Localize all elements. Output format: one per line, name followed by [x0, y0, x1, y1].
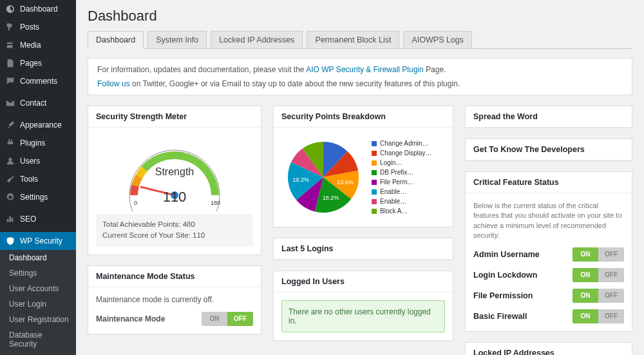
- logged-in-users-card: Logged In Users There are no other users…: [273, 271, 453, 341]
- sidebar-item-users[interactable]: Users: [0, 152, 76, 170]
- sidebar-item-label: Appearance: [20, 120, 62, 130]
- feature-label: Admin Username: [473, 250, 540, 259]
- admin-sidebar: DashboardPostsMediaPagesCommentsContactA…: [0, 0, 76, 355]
- legend-swatch-icon: [372, 209, 377, 214]
- card-header[interactable]: Critical Feature Status: [466, 172, 632, 193]
- plugin-link[interactable]: AIO WP Security & Firewall Plugin: [306, 65, 424, 74]
- sidebar-item-label: WP Security: [20, 236, 62, 245]
- legend-item: Block A…: [372, 206, 432, 216]
- sidebar-item-pages[interactable]: Pages: [0, 54, 76, 72]
- gauge-tick-min: 0: [134, 200, 137, 206]
- sidebar-item-media[interactable]: Media: [0, 36, 76, 54]
- media-icon: [5, 40, 15, 50]
- feature-label: File Permission: [473, 291, 533, 300]
- info-text: For information, updates and documentati…: [97, 65, 306, 74]
- follow-link[interactable]: Follow us: [97, 79, 130, 88]
- feature-label: Basic Firewall: [473, 312, 527, 321]
- plugin-info-box: For information, updates and documentati…: [88, 58, 632, 95]
- main-content: Dashboard DashboardSystem InfoLocked IP …: [76, 0, 644, 355]
- breakdown-card: Security Points Breakdown 13.6%18.2%18.2…: [273, 106, 453, 227]
- user-icon: [5, 156, 15, 166]
- developers-card: Get To Know The Developers: [465, 139, 632, 161]
- sidebar-item-label: Comments: [20, 77, 57, 86]
- legend-item: Login…: [372, 158, 432, 168]
- tab-locked-ip-addresses[interactable]: Locked IP Addresses: [211, 31, 303, 48]
- points-summary: Total Achievable Points: 480 Current Sco…: [96, 214, 253, 247]
- gauge-chart: Strength 110 0 180: [120, 140, 229, 211]
- maintenance-label: Maintenance Mode: [96, 314, 165, 323]
- info-text: Page.: [426, 65, 446, 74]
- spread-word-card: Spread the Word: [465, 106, 632, 128]
- last5-logins-card: Last 5 Logins: [273, 238, 453, 260]
- legend-swatch-icon: [372, 189, 377, 195]
- sidebar-item-appearance[interactable]: Appearance: [0, 116, 76, 134]
- sidebar-sub-user-accounts[interactable]: User Accounts: [0, 281, 76, 296]
- legend-item: Enable…: [372, 187, 432, 197]
- feature-row: Login LockdownONOFF: [473, 268, 624, 282]
- sidebar-item-settings[interactable]: Settings: [0, 188, 76, 206]
- shield-icon: [5, 236, 15, 246]
- legend-item: Enable…: [372, 197, 432, 206]
- sidebar-sub-filesystem-security[interactable]: Filesystem Security: [0, 352, 76, 355]
- tab-aiowps-logs[interactable]: AIOWPS Logs: [403, 31, 472, 48]
- sidebar-sub-user-registration[interactable]: User Registration: [0, 312, 76, 327]
- info-text: on Twitter, Google+ or via Email to stay…: [132, 79, 460, 88]
- sidebar-item-dashboard[interactable]: Dashboard: [0, 0, 76, 18]
- feature-row: Basic FirewallONOFF: [473, 309, 624, 323]
- pie-chart: 13.6%18.2%18.2%: [281, 135, 365, 219]
- sidebar-item-label: Plugins: [20, 139, 45, 148]
- feature-row: Admin UsernameONOFF: [473, 247, 624, 262]
- card-header[interactable]: Logged In Users: [274, 271, 453, 293]
- plug-icon: [5, 138, 15, 148]
- tab-permanent-block-list[interactable]: Permanent Block List: [307, 31, 399, 48]
- maintenance-status-text: Maintenance mode is currently off.: [96, 295, 253, 304]
- legend-swatch-icon: [372, 151, 377, 156]
- locked-ip-card: Locked IP Addresses There are no IP addr…: [465, 342, 632, 355]
- sidebar-item-tools[interactable]: Tools: [0, 170, 76, 188]
- card-header[interactable]: Spread the Word: [466, 106, 632, 128]
- sidebar-sub-dashboard[interactable]: Dashboard: [0, 250, 76, 265]
- maintenance-toggle[interactable]: ON OFF: [202, 312, 253, 326]
- gear-icon: [5, 192, 15, 202]
- feature-toggle-login-lockdown[interactable]: ONOFF: [573, 268, 624, 282]
- tab-system-info[interactable]: System Info: [147, 31, 207, 48]
- sidebar-item-contact[interactable]: Contact: [0, 94, 76, 112]
- sidebar-item-wp-security[interactable]: WP Security: [0, 232, 76, 250]
- critical-feature-card: Critical Feature Status Below is the cur…: [465, 171, 632, 332]
- card-header[interactable]: Locked IP Addresses: [466, 343, 632, 355]
- feature-toggle-basic-firewall[interactable]: ONOFF: [573, 309, 624, 323]
- tool-icon: [5, 174, 15, 184]
- feature-label: Login Lockdown: [473, 271, 537, 280]
- maintenance-card: Maintenance Mode Status Maintenance mode…: [88, 265, 261, 334]
- tabs: DashboardSystem InfoLocked IP AddressesP…: [88, 31, 632, 49]
- card-header[interactable]: Security Strength Meter: [88, 106, 261, 128]
- legend-item: Change Display…: [372, 148, 432, 158]
- feature-toggle-admin-username[interactable]: ONOFF: [573, 247, 624, 262]
- critical-desc: Below is the current status of the criti…: [473, 201, 624, 241]
- pin-icon: [5, 22, 15, 32]
- legend-swatch-icon: [372, 180, 377, 185]
- sidebar-sub-database-security[interactable]: Database Security: [0, 327, 76, 352]
- sidebar-item-plugins[interactable]: Plugins: [0, 134, 76, 152]
- feature-toggle-file-permission[interactable]: ONOFF: [573, 289, 624, 303]
- logged-in-notice: There are no other users currently logge…: [281, 300, 445, 332]
- legend-swatch-icon: [372, 160, 377, 166]
- card-header[interactable]: Last 5 Logins: [274, 238, 453, 260]
- sidebar-sub-settings[interactable]: Settings: [0, 265, 76, 281]
- sidebar-sub-user-login[interactable]: User Login: [0, 296, 76, 312]
- sidebar-item-posts[interactable]: Posts: [0, 18, 76, 36]
- card-header[interactable]: Security Points Breakdown: [274, 106, 453, 128]
- tab-dashboard[interactable]: Dashboard: [88, 31, 144, 49]
- legend-item: File Perm…: [372, 177, 432, 187]
- sidebar-item-label: Posts: [20, 23, 39, 32]
- legend-item: DB Prefix…: [372, 168, 432, 177]
- gauge-tick-max: 180: [211, 200, 220, 206]
- sidebar-item-comments[interactable]: Comments: [0, 72, 76, 90]
- card-header[interactable]: Get To Know The Developers: [466, 139, 632, 160]
- sidebar-item-label: Media: [20, 41, 41, 50]
- page-icon: [5, 58, 15, 68]
- sidebar-item-seo[interactable]: SEO: [0, 210, 76, 228]
- card-header[interactable]: Maintenance Mode Status: [88, 266, 261, 287]
- sidebar-item-label: Settings: [20, 193, 48, 202]
- sidebar-item-label: Tools: [20, 175, 38, 184]
